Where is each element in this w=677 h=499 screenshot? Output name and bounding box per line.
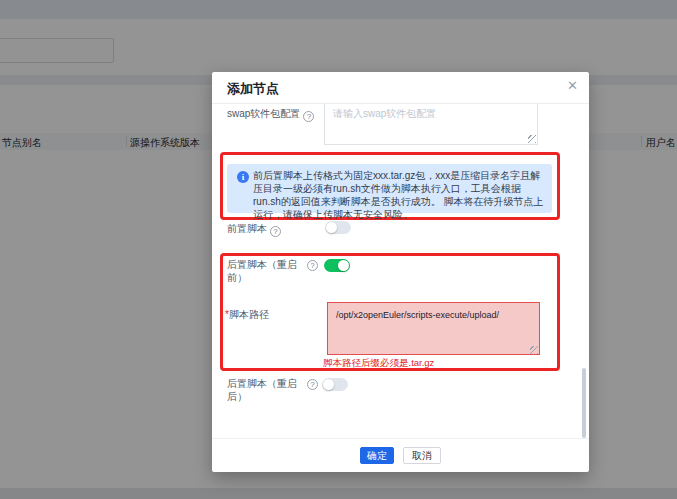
- swap-config-label: swap软件包配置?: [227, 107, 314, 122]
- post-script-before-label: 后置脚本（重启前）: [227, 258, 299, 284]
- script-path-textarea[interactable]: /opt/x2openEuler/scripts-execute/upload/: [327, 302, 540, 355]
- info-banner: i 前后置脚本上传格式为固定xxx.tar.gz包，xxx是压缩目录名字且解压目…: [227, 164, 552, 213]
- pre-script-label-text: 前置脚本: [227, 223, 267, 234]
- cancel-button[interactable]: 取消: [403, 447, 441, 464]
- post-script-before-help-icon[interactable]: ?: [307, 260, 318, 271]
- script-path-error-text: 脚本路径后缀必须是.tar.gz: [323, 357, 434, 370]
- swap-config-textarea[interactable]: [324, 104, 538, 145]
- dialog-header: 添加节点 ✕: [212, 72, 589, 104]
- info-banner-text: 前后置脚本上传格式为固定xxx.tar.gz包，xxx是压缩目录名字且解压目录一…: [253, 169, 545, 221]
- dialog-title: 添加节点: [227, 80, 279, 98]
- resize-grip-icon[interactable]: [530, 346, 538, 354]
- post-script-after-toggle[interactable]: [322, 378, 348, 391]
- script-path-label-text: 脚本路径: [229, 309, 269, 320]
- screen: 节点别名 源操作系统版本 用户名 添加节点 ✕ swap软件包配置? i 前后置…: [0, 0, 677, 499]
- post-script-before-toggle[interactable]: [324, 259, 350, 272]
- close-icon[interactable]: ✕: [567, 79, 578, 92]
- info-icon: i: [237, 171, 249, 183]
- pre-script-help-icon[interactable]: ?: [270, 226, 281, 237]
- swap-config-label-text: swap软件包配置: [227, 108, 300, 119]
- dialog-scrollbar-thumb[interactable]: [582, 368, 586, 438]
- pre-script-toggle[interactable]: [325, 221, 351, 234]
- confirm-button[interactable]: 确定: [360, 447, 394, 464]
- swap-help-icon[interactable]: ?: [303, 111, 314, 122]
- post-script-after-help-icon[interactable]: ?: [307, 379, 318, 390]
- dialog-body: swap软件包配置? i 前后置脚本上传格式为固定xxx.tar.gz包，xxx…: [212, 104, 589, 438]
- script-path-label: *脚本路径: [225, 308, 269, 321]
- add-node-dialog: 添加节点 ✕ swap软件包配置? i 前后置脚本上传格式为固定xxx.tar.…: [212, 72, 589, 472]
- pre-script-label: 前置脚本?: [227, 222, 281, 237]
- dialog-footer: 确定 取消: [212, 438, 589, 472]
- resize-grip-icon[interactable]: [528, 135, 536, 143]
- post-script-after-label: 后置脚本（重启后）: [227, 377, 299, 403]
